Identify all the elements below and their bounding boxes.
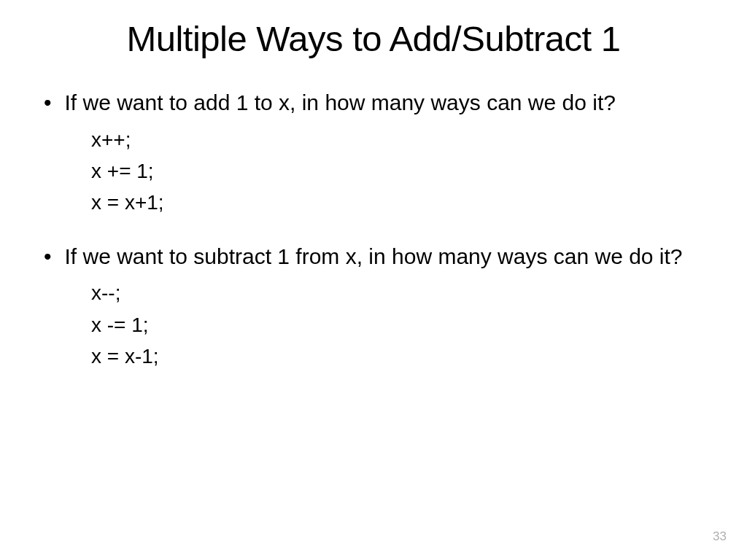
code-line: x -= 1; xyxy=(91,309,711,341)
code-line: x--; xyxy=(91,277,711,308)
bullet-text: If we want to add 1 to x, in how many wa… xyxy=(65,88,616,118)
bullet-marker-icon: • xyxy=(44,242,52,272)
code-block: x--; x -= 1; x = x-1; xyxy=(91,277,711,372)
code-block: x++; x += 1; x = x+1; xyxy=(91,124,711,219)
slide-title: Multiple Ways to Add/Subtract 1 xyxy=(36,18,711,59)
page-number: 33 xyxy=(713,529,727,544)
bullet-item: • If we want to subtract 1 from x, in ho… xyxy=(44,242,711,272)
code-line: x += 1; xyxy=(91,155,711,187)
code-line: x = x-1; xyxy=(91,341,711,372)
slide-container: Multiple Ways to Add/Subtract 1 • If we … xyxy=(0,0,747,560)
bullet-text: If we want to subtract 1 from x, in how … xyxy=(65,242,683,272)
code-line: x = x+1; xyxy=(91,187,711,218)
bullet-marker-icon: • xyxy=(44,88,52,118)
slide-content: • If we want to add 1 to x, in how many … xyxy=(36,88,711,372)
code-line: x++; xyxy=(91,124,711,155)
bullet-item: • If we want to add 1 to x, in how many … xyxy=(44,88,711,118)
